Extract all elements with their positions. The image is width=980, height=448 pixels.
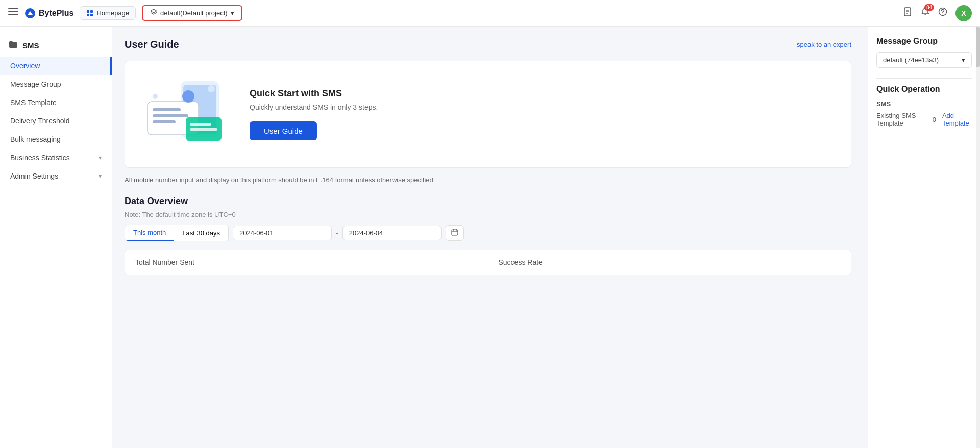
message-group-label: Message Group xyxy=(10,80,61,88)
dropdown-icon: ▾ xyxy=(231,9,234,17)
sidebar-item-bulk-messaging[interactable]: Bulk messaging xyxy=(0,130,112,148)
svg-rect-19 xyxy=(153,114,188,117)
logo: BytePlus xyxy=(24,8,74,19)
business-statistics-label: Business Statistics xyxy=(10,154,70,162)
add-template-link[interactable]: Add Template xyxy=(942,112,972,127)
svg-rect-24 xyxy=(190,128,217,131)
svg-rect-1 xyxy=(8,11,18,12)
right-panel: Message Group default (74ee13a3) ▾ Quick… xyxy=(868,27,980,448)
stat-success-label: Success Rate xyxy=(499,258,543,266)
layout: SMS Overview Message Group SMS Template … xyxy=(0,27,980,448)
svg-point-14 xyxy=(942,14,943,15)
sidebar: SMS Overview Message Group SMS Template … xyxy=(0,27,112,448)
layers-icon xyxy=(150,9,157,17)
nav-right: 84 X xyxy=(903,5,972,21)
homepage-button[interactable]: Homepage xyxy=(80,6,136,20)
overview-label: Overview xyxy=(10,62,40,70)
user-guide-header: User Guide speak to an expert xyxy=(125,39,851,51)
quickstart-content: Quick Start with SMS Quickly understand … xyxy=(250,88,839,140)
quickstart-card: Quick Start with SMS Quickly understand … xyxy=(125,61,851,168)
sidebar-section: SMS xyxy=(0,35,112,57)
filter-tabs: This month Last 30 days xyxy=(125,225,229,241)
main-content: User Guide speak to an expert xyxy=(112,27,864,448)
scrollbar-track[interactable] xyxy=(976,27,980,448)
existing-template-label: Existing SMS Template xyxy=(876,112,926,127)
chevron-down-icon: ▾ xyxy=(962,56,965,64)
svg-rect-2 xyxy=(8,14,18,15)
sidebar-item-sms-template[interactable]: SMS Template xyxy=(0,93,112,112)
template-count: 0 xyxy=(933,116,936,123)
date-to-input[interactable] xyxy=(342,226,442,240)
notification-button[interactable]: 84 xyxy=(921,7,930,19)
logo-text: BytePlus xyxy=(39,9,74,18)
sidebar-item-overview[interactable]: Overview xyxy=(0,57,112,75)
quickstart-title: Quick Start with SMS xyxy=(250,88,839,99)
docs-button[interactable] xyxy=(903,7,913,19)
panel-divider xyxy=(876,78,972,79)
svg-rect-5 xyxy=(90,10,93,13)
data-overview-title: Data Overview xyxy=(125,196,851,207)
speak-to-expert-link[interactable]: speak to an expert xyxy=(797,41,851,48)
sms-section-label: SMS xyxy=(876,100,972,108)
user-guide-button[interactable]: User Guide xyxy=(250,121,317,140)
sidebar-item-delivery-threshold[interactable]: Delivery Threshold xyxy=(0,112,112,130)
topnav: BytePlus Homepage default(Default projec… xyxy=(0,0,980,27)
date-separator: - xyxy=(336,229,338,237)
quickstart-desc: Quickly understand SMS in only 3 steps. xyxy=(250,103,839,111)
svg-rect-6 xyxy=(87,14,89,16)
timezone-note: Note: The default time zone is UTC+0 xyxy=(125,211,851,218)
user-guide-title: User Guide xyxy=(125,39,179,51)
hamburger-icon[interactable] xyxy=(8,7,18,19)
svg-rect-7 xyxy=(90,14,93,16)
homepage-label: Homepage xyxy=(96,9,129,17)
notification-badge: 84 xyxy=(924,4,934,11)
sidebar-item-business-statistics[interactable]: Business Statistics ▾ xyxy=(0,148,112,167)
sms-template-label: SMS Template xyxy=(10,98,57,107)
svg-rect-20 xyxy=(153,120,176,123)
stat-total-sent: Total Number Sent xyxy=(125,250,488,275)
date-from-input[interactable] xyxy=(233,226,332,240)
delivery-threshold-label: Delivery Threshold xyxy=(10,117,69,125)
avatar[interactable]: X xyxy=(955,5,972,21)
existing-template-row: Existing SMS Template 0 Add Template xyxy=(876,112,972,127)
stat-success-rate: Success Rate xyxy=(488,250,851,275)
date-filter: This month Last 30 days - xyxy=(125,225,851,241)
stats-row: Total Number Sent Success Rate xyxy=(125,250,851,275)
svg-point-21 xyxy=(182,90,194,103)
scrollbar-thumb[interactable] xyxy=(976,27,980,67)
sidebar-section-label: SMS xyxy=(22,41,39,50)
project-label: default(Default project) xyxy=(160,9,228,17)
sidebar-item-admin-settings[interactable]: Admin Settings ▾ xyxy=(0,167,112,185)
svg-rect-4 xyxy=(87,10,89,13)
quick-operation-title: Quick Operation xyxy=(876,85,972,94)
notice-text: All mobile number input and display on t… xyxy=(125,176,851,184)
stat-total-label: Total Number Sent xyxy=(135,258,194,266)
svg-rect-18 xyxy=(153,108,181,111)
sidebar-item-message-group[interactable]: Message Group xyxy=(0,75,112,93)
tab-this-month[interactable]: This month xyxy=(125,225,174,241)
svg-rect-23 xyxy=(190,123,211,126)
bulk-messaging-label: Bulk messaging xyxy=(10,135,61,143)
folder-icon xyxy=(8,40,18,52)
calendar-button[interactable] xyxy=(446,225,464,241)
tab-last-30[interactable]: Last 30 days xyxy=(174,225,228,241)
svg-point-25 xyxy=(208,85,215,92)
svg-point-26 xyxy=(153,94,158,99)
message-group-panel-title: Message Group xyxy=(876,37,972,46)
admin-settings-label: Admin Settings xyxy=(10,172,58,180)
project-selector[interactable]: default(Default project) ▾ xyxy=(142,5,242,21)
svg-rect-27 xyxy=(452,230,458,235)
group-value: default (74ee13a3) xyxy=(883,56,939,64)
chevron-down-icon: ▾ xyxy=(99,154,102,161)
help-button[interactable] xyxy=(938,7,947,19)
svg-rect-0 xyxy=(8,8,18,9)
sms-illustration xyxy=(137,73,229,155)
message-group-select[interactable]: default (74ee13a3) ▾ xyxy=(876,52,972,68)
chevron-down-icon: ▾ xyxy=(99,172,102,180)
